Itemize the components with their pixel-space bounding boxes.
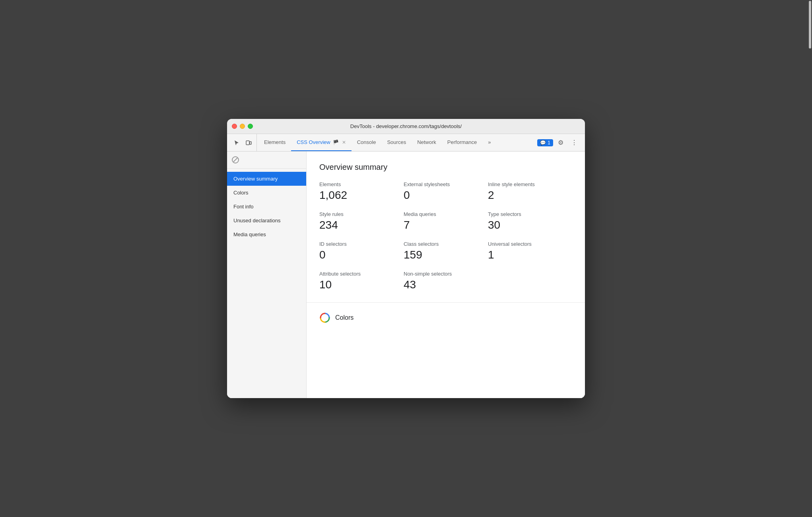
experiment-icon: 🏴 xyxy=(333,140,339,145)
css-overview-label: CSS Overview xyxy=(297,139,330,145)
minimize-button[interactable] xyxy=(240,124,245,129)
stat-external-stylesheets-value: 0 xyxy=(404,189,488,202)
stat-style-rules: Style rules 234 xyxy=(319,211,404,231)
tab-performance[interactable]: Performance xyxy=(442,134,482,151)
tab-bar: Elements CSS Overview 🏴 ✕ Console Source… xyxy=(258,134,534,151)
stat-external-stylesheets: External stylesheets 0 xyxy=(404,181,488,202)
stat-external-stylesheets-label: External stylesheets xyxy=(404,181,488,187)
toolbar-right: 💬 1 ⚙ ⋮ xyxy=(534,134,583,151)
stat-inline-style: Inline style elements 2 xyxy=(488,181,572,202)
maximize-button[interactable] xyxy=(248,124,253,129)
devtools-window: DevTools - developer.chrome.com/tags/dev… xyxy=(227,119,585,398)
stat-universal-selectors-label: Universal selectors xyxy=(488,241,572,247)
colors-heading: Colors xyxy=(335,314,354,321)
stat-type-selectors-label: Type selectors xyxy=(488,211,572,217)
stat-class-selectors-value: 159 xyxy=(404,249,488,261)
cursor-tool-button[interactable] xyxy=(231,137,242,148)
stat-id-selectors-label: ID selectors xyxy=(319,241,404,247)
stat-type-selectors-value: 30 xyxy=(488,219,572,231)
tab-more[interactable]: » xyxy=(482,134,496,151)
svg-rect-0 xyxy=(246,141,249,145)
stat-elements: Elements 1,062 xyxy=(319,181,404,202)
stat-universal-selectors-value: 1 xyxy=(488,249,572,261)
stats-grid: Elements 1,062 External stylesheets 0 In… xyxy=(319,181,572,291)
toolbar: Elements CSS Overview 🏴 ✕ Console Source… xyxy=(227,134,585,152)
tab-console[interactable]: Console xyxy=(352,134,382,151)
sidebar-item-media-queries[interactable]: Media queries xyxy=(227,227,306,241)
stat-elements-label: Elements xyxy=(319,181,404,187)
window-title: DevTools - developer.chrome.com/tags/dev… xyxy=(350,123,462,129)
sidebar-item-overview-summary[interactable]: Overview summary xyxy=(227,172,306,186)
settings-button[interactable]: ⚙ xyxy=(555,137,567,149)
overview-summary-section: Overview summary Elements 1,062 External… xyxy=(307,152,585,303)
stat-inline-style-label: Inline style elements xyxy=(488,181,572,187)
stat-attribute-selectors: Attribute selectors 10 xyxy=(319,271,404,291)
tab-elements[interactable]: Elements xyxy=(258,134,291,151)
stat-class-selectors-label: Class selectors xyxy=(404,241,488,247)
stat-attribute-selectors-label: Attribute selectors xyxy=(319,271,404,277)
block-icon[interactable] xyxy=(232,156,239,163)
traffic-lights xyxy=(232,124,253,129)
close-button[interactable] xyxy=(232,124,237,129)
device-toolbar-button[interactable] xyxy=(243,137,254,148)
more-icon: ⋮ xyxy=(571,139,577,146)
colors-ring-icon xyxy=(319,312,330,323)
chat-count: 1 xyxy=(548,140,550,146)
colors-section: Colors xyxy=(307,303,585,333)
stat-attribute-selectors-value: 10 xyxy=(319,278,404,291)
stat-style-rules-value: 234 xyxy=(319,219,404,231)
stat-non-simple-selectors: Non-simple selectors 43 xyxy=(404,271,488,291)
stat-media-queries: Media queries 7 xyxy=(404,211,488,231)
svg-rect-1 xyxy=(250,142,251,144)
stat-media-queries-label: Media queries xyxy=(404,211,488,217)
stat-universal-selectors: Universal selectors 1 xyxy=(488,241,572,261)
sidebar-nav: Overview summary Colors Font info Unused… xyxy=(227,169,306,245)
tab-css-overview[interactable]: CSS Overview 🏴 ✕ xyxy=(291,134,352,151)
section-title: Overview summary xyxy=(319,163,572,172)
sidebar-item-font-info[interactable]: Font info xyxy=(227,200,306,214)
tab-close-button[interactable]: ✕ xyxy=(342,140,346,145)
chat-icon: 💬 xyxy=(540,140,546,146)
title-bar: DevTools - developer.chrome.com/tags/dev… xyxy=(227,119,585,134)
stat-non-simple-selectors-label: Non-simple selectors xyxy=(404,271,488,277)
sidebar-item-colors[interactable]: Colors xyxy=(227,186,306,200)
more-options-button[interactable]: ⋮ xyxy=(568,137,580,149)
sidebar-header xyxy=(227,152,306,169)
stat-elements-value: 1,062 xyxy=(319,189,404,202)
stat-class-selectors: Class selectors 159 xyxy=(404,241,488,261)
stat-id-selectors-value: 0 xyxy=(319,249,404,261)
tab-network[interactable]: Network xyxy=(412,134,442,151)
stat-media-queries-value: 7 xyxy=(404,219,488,231)
sidebar: Overview summary Colors Font info Unused… xyxy=(227,152,307,398)
tab-sources[interactable]: Sources xyxy=(381,134,412,151)
stat-style-rules-label: Style rules xyxy=(319,211,404,217)
toolbar-icons xyxy=(229,134,257,151)
chat-badge[interactable]: 💬 1 xyxy=(537,139,553,146)
stat-id-selectors: ID selectors 0 xyxy=(319,241,404,261)
content-area: Overview summary Elements 1,062 External… xyxy=(307,152,585,398)
stat-type-selectors: Type selectors 30 xyxy=(488,211,572,231)
stat-inline-style-value: 2 xyxy=(488,189,572,202)
stat-placeholder xyxy=(488,271,572,291)
main-content: Overview summary Colors Font info Unused… xyxy=(227,152,585,398)
settings-icon: ⚙ xyxy=(558,139,563,146)
sidebar-item-unused-declarations[interactable]: Unused declarations xyxy=(227,214,306,227)
stat-non-simple-selectors-value: 43 xyxy=(404,278,488,291)
